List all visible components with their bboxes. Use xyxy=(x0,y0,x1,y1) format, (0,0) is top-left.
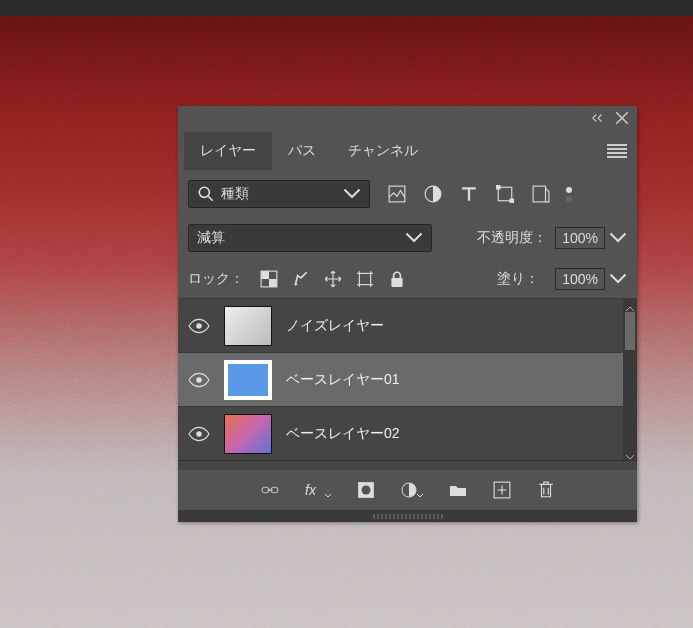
chevron-down-icon xyxy=(609,229,627,247)
chevron-down-icon xyxy=(609,270,627,288)
svg-point-14 xyxy=(196,431,202,437)
svg-rect-5 xyxy=(510,199,515,204)
svg-point-0 xyxy=(199,187,209,197)
opacity-value: 100% xyxy=(555,227,605,249)
fill-label: 塗り： xyxy=(497,270,539,288)
opacity-label: 不透明度： xyxy=(477,229,547,247)
svg-point-12 xyxy=(196,323,202,329)
lock-label: ロック： xyxy=(188,270,244,288)
chevron-down-icon xyxy=(343,185,361,203)
filter-type-icons xyxy=(388,185,550,203)
layer-row[interactable]: ベースレイヤー02 xyxy=(178,406,637,460)
layer-list: ノイズレイヤー ベースレイヤー01 ベースレイヤー02 xyxy=(178,298,637,460)
blend-row: 減算 不透明度： 100% xyxy=(178,216,637,260)
svg-rect-9 xyxy=(269,279,277,287)
layer-fx-icon[interactable]: fx xyxy=(305,481,331,499)
fill-value: 100% xyxy=(555,268,605,290)
chevron-down-icon xyxy=(405,229,423,247)
layer-thumbnail[interactable] xyxy=(224,414,272,454)
pixel-filter-icon[interactable] xyxy=(388,185,406,203)
scrollbar-thumb[interactable] xyxy=(625,312,635,350)
svg-rect-4 xyxy=(496,185,501,190)
layers-panel: レイヤー パス チャンネル 種類 減算 不透明度： 100% xyxy=(178,106,637,522)
adjustment-filter-icon[interactable] xyxy=(424,185,442,203)
layer-name: ベースレイヤー01 xyxy=(286,371,400,389)
smartobject-filter-icon[interactable] xyxy=(532,185,550,203)
lock-transparency-icon[interactable] xyxy=(260,270,278,288)
layer-row[interactable]: ベースレイヤー01 xyxy=(178,352,637,406)
layer-thumbnail[interactable] xyxy=(224,306,272,346)
adjustment-layer-icon[interactable] xyxy=(401,481,423,499)
blend-mode-dropdown[interactable]: 減算 xyxy=(188,224,432,252)
scroll-up-icon[interactable] xyxy=(625,300,635,310)
fill-field[interactable]: 100% xyxy=(555,268,627,290)
resize-handle[interactable] xyxy=(178,510,637,522)
lock-pixels-icon[interactable] xyxy=(292,270,310,288)
type-filter-icon[interactable] xyxy=(460,185,478,203)
blend-mode-value: 減算 xyxy=(197,229,225,247)
visibility-toggle-icon[interactable] xyxy=(188,423,210,445)
filter-toggle[interactable] xyxy=(564,187,574,202)
panel-titlebar xyxy=(178,106,637,130)
layer-filter-dropdown[interactable]: 種類 xyxy=(188,180,370,208)
visibility-toggle-icon[interactable] xyxy=(188,315,210,337)
close-icon[interactable] xyxy=(615,111,629,125)
svg-point-19 xyxy=(361,486,370,495)
collapse-icon[interactable] xyxy=(591,111,605,125)
layer-name: ベースレイヤー02 xyxy=(286,425,400,443)
new-group-icon[interactable] xyxy=(449,481,467,499)
svg-rect-11 xyxy=(391,278,402,287)
link-layers-icon[interactable] xyxy=(261,481,279,499)
panel-tabs: レイヤー パス チャンネル xyxy=(178,130,637,172)
filter-label: 種類 xyxy=(221,185,249,203)
panel-menu-icon[interactable] xyxy=(607,144,627,158)
lock-artboard-icon[interactable] xyxy=(356,270,374,288)
search-icon xyxy=(197,185,215,203)
svg-rect-6 xyxy=(533,186,545,202)
panel-actions: fx xyxy=(178,470,637,510)
delete-layer-icon[interactable] xyxy=(537,481,555,499)
svg-text:fx: fx xyxy=(305,482,317,498)
scroll-down-icon[interactable] xyxy=(625,448,635,458)
svg-rect-10 xyxy=(359,273,370,284)
lock-all-icon[interactable] xyxy=(388,270,406,288)
shape-filter-icon[interactable] xyxy=(496,185,514,203)
visibility-toggle-icon[interactable] xyxy=(188,369,210,391)
tab-paths[interactable]: パス xyxy=(272,132,332,170)
layers-scrollbar[interactable] xyxy=(623,298,637,460)
opacity-field[interactable]: 100% xyxy=(555,227,627,249)
svg-rect-8 xyxy=(261,271,269,279)
new-layer-icon[interactable] xyxy=(493,481,511,499)
layer-name: ノイズレイヤー xyxy=(286,317,384,335)
filter-row: 種類 xyxy=(178,172,637,216)
layers-footer-divider xyxy=(178,460,637,470)
lock-position-icon[interactable] xyxy=(324,270,342,288)
layer-row[interactable]: ノイズレイヤー xyxy=(178,298,637,352)
tab-layers[interactable]: レイヤー xyxy=(184,132,272,170)
lock-row: ロック： 塗り： 100% xyxy=(178,260,637,298)
layer-mask-icon[interactable] xyxy=(357,481,375,499)
tab-channels[interactable]: チャンネル xyxy=(332,132,434,170)
svg-point-13 xyxy=(196,377,202,383)
layer-thumbnail[interactable] xyxy=(224,360,272,400)
